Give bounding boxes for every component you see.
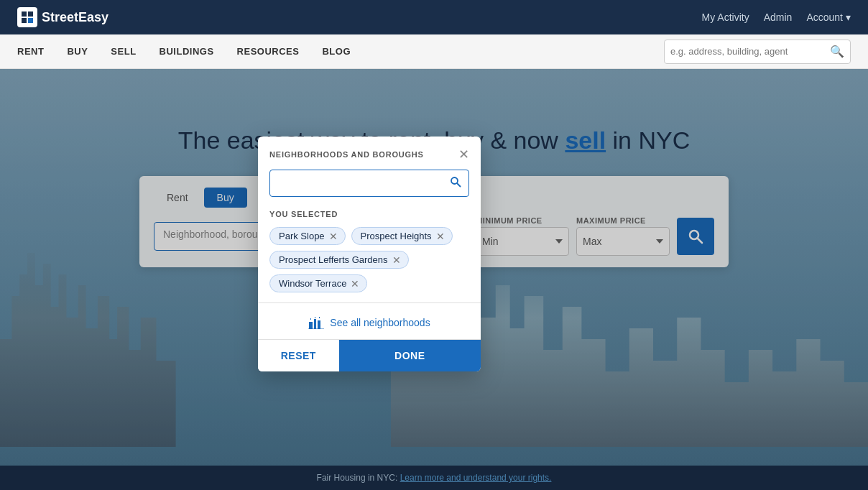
navbar-brand: StreetEasy — [17, 7, 108, 27]
modal-divider — [258, 302, 481, 303]
see-all-neighborhoods-link[interactable]: See all neighborhoods — [258, 306, 481, 339]
city-buildings-icon — [308, 316, 324, 329]
navbar-activity-link[interactable]: My Activity — [702, 11, 749, 23]
topnav-resources[interactable]: RESOURCES — [237, 46, 300, 57]
modal-search-input[interactable] — [277, 177, 450, 189]
modal-done-button[interactable]: DONE — [339, 340, 481, 371]
svg-rect-13 — [319, 317, 320, 318]
modal-header: NEIGHBORHOODS AND BOROUGHS ✕ — [258, 137, 481, 170]
selected-tags: Park Slope ✕ Prospect Heights ✕ Prospect… — [258, 223, 481, 300]
global-search-input[interactable] — [670, 46, 830, 57]
topnav: RENT BUY SELL BUILDINGS RESOURCES BLOG 🔍 — [0, 34, 868, 69]
navbar: StreetEasy My Activity Admin Account ▾ — [0, 0, 868, 34]
tag-prospect-lefferts: Prospect Lefferts Gardens ✕ — [269, 251, 409, 269]
svg-rect-9 — [314, 319, 316, 329]
modal-search-icon — [450, 176, 461, 190]
navbar-account-button[interactable]: Account ▾ — [806, 11, 851, 23]
hero: The easiest way to rent, buy & now sell … — [0, 69, 868, 490]
tag-park-slope-remove[interactable]: ✕ — [329, 231, 338, 241]
topnav-sell[interactable]: SELL — [111, 46, 136, 57]
svg-rect-1 — [28, 11, 33, 17]
topnav-rent[interactable]: RENT — [17, 46, 44, 57]
svg-rect-8 — [309, 322, 313, 329]
see-all-label: See all neighborhoods — [330, 317, 430, 328]
topnav-buy[interactable]: BUY — [67, 46, 88, 57]
modal-section-label: YOU SELECTED — [258, 205, 481, 223]
modal-footer: RESET DONE — [258, 339, 481, 371]
logo-icon — [17, 7, 37, 27]
tag-prospect-heights: Prospect Heights ✕ — [351, 227, 453, 245]
search-icon[interactable]: 🔍 — [830, 45, 844, 58]
modal-overlay: NEIGHBORHOODS AND BOROUGHS ✕ YOU SELECTE… — [0, 69, 868, 490]
modal-reset-button[interactable]: RESET — [258, 340, 339, 371]
neighborhoods-modal: NEIGHBORHOODS AND BOROUGHS ✕ YOU SELECTE… — [258, 137, 481, 371]
svg-rect-3 — [28, 18, 33, 23]
tag-prospect-lefferts-remove[interactable]: ✕ — [392, 255, 401, 265]
modal-title: NEIGHBORHOODS AND BOROUGHS — [269, 150, 424, 159]
topnav-buildings[interactable]: BUILDINGS — [160, 46, 214, 57]
svg-rect-10 — [318, 320, 320, 329]
svg-rect-11 — [310, 318, 311, 320]
logo-text: StreetEasy — [42, 10, 108, 25]
tag-park-slope: Park Slope ✕ — [269, 227, 346, 245]
navbar-admin-link[interactable]: Admin — [764, 11, 793, 23]
modal-close-button[interactable]: ✕ — [458, 148, 469, 161]
svg-rect-12 — [315, 317, 315, 318]
tag-prospect-heights-remove[interactable]: ✕ — [436, 231, 445, 241]
tag-windsor-terrace: Windsor Terrace ✕ — [269, 274, 367, 292]
topnav-blog[interactable]: BLOG — [322, 46, 351, 57]
tag-windsor-terrace-remove[interactable]: ✕ — [351, 279, 359, 289]
modal-search-box[interactable] — [269, 170, 469, 197]
svg-rect-0 — [22, 11, 27, 17]
svg-rect-2 — [22, 18, 27, 23]
svg-line-7 — [457, 183, 461, 187]
global-search-box[interactable]: 🔍 — [664, 40, 851, 64]
navbar-right: My Activity Admin Account ▾ — [702, 11, 851, 23]
